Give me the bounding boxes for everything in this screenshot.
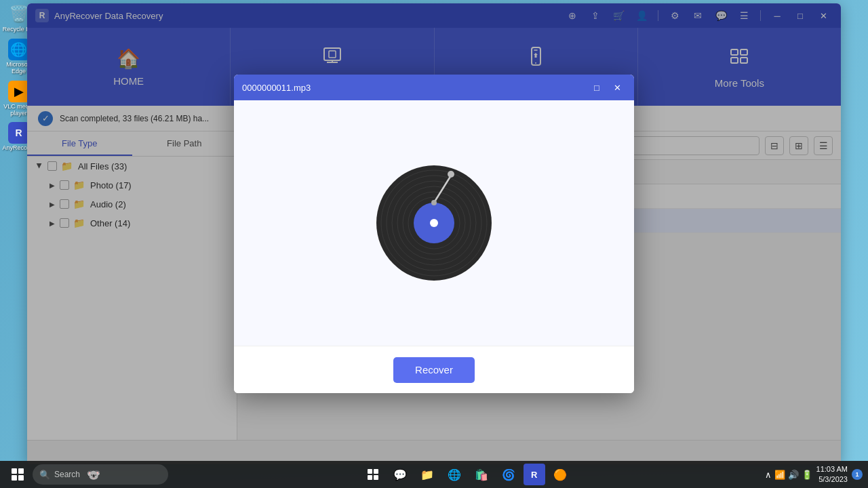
taskbar: 🔍 Search 🐨 💬 📁 🌐 🛍️ 🌀 R 🟠 ∧ — [0, 461, 868, 488]
svg-rect-23 — [12, 468, 17, 474]
svg-point-22 — [448, 171, 454, 178]
modal-footer: Recover — [234, 346, 634, 393]
start-button[interactable] — [5, 462, 30, 487]
edge-taskbar-icon[interactable]: 🌐 — [442, 462, 467, 487]
svg-rect-27 — [368, 469, 372, 474]
notification-badge[interactable]: 1 — [852, 469, 863, 480]
modal-dialog: 0000000011.mp3 □ ✕ — [234, 75, 634, 393]
svg-rect-29 — [368, 475, 372, 480]
browser2-icon[interactable]: 🌀 — [496, 462, 521, 487]
modal-title: 0000000011.mp3 — [242, 83, 311, 93]
svg-point-19 — [430, 219, 438, 227]
taskbar-search[interactable]: 🔍 Search 🐨 — [33, 464, 168, 485]
modal-maximize-button[interactable]: □ — [588, 80, 606, 95]
svg-rect-30 — [374, 475, 378, 480]
svg-point-21 — [431, 200, 437, 205]
clock-date: 5/3/2023 — [816, 474, 848, 485]
chevron-up-icon[interactable]: ∧ — [765, 470, 772, 480]
svg-rect-24 — [18, 468, 24, 474]
store-icon[interactable]: 🛍️ — [469, 462, 494, 487]
clock-time: 11:03 AM — [816, 464, 848, 474]
modal-titlebar: 0000000011.mp3 □ ✕ — [234, 75, 634, 100]
wifi-icon[interactable]: 📶 — [774, 470, 785, 480]
system-clock[interactable]: 11:03 AM 5/3/2023 — [816, 464, 848, 485]
anyrecover-taskbar-icon[interactable]: R — [524, 464, 545, 485]
app-window: R AnyRecover Data Recovery ⊕ ⇪ 🛒 👤 ⚙ ✉ 💬… — [27, 3, 841, 464]
recover-button[interactable]: Recover — [393, 357, 475, 383]
svg-rect-26 — [18, 475, 24, 481]
modal-overlay: 0000000011.mp3 □ ✕ — [27, 3, 841, 464]
vinyl-record — [373, 162, 495, 284]
modal-close-button[interactable]: ✕ — [608, 80, 626, 95]
taskview-icon[interactable] — [361, 462, 385, 487]
file-explorer-icon[interactable]: 📁 — [415, 462, 439, 487]
orange-app-icon[interactable]: 🟠 — [548, 462, 572, 487]
svg-rect-28 — [374, 469, 378, 474]
volume-icon[interactable]: 🔊 — [788, 470, 799, 480]
system-tray: ∧ 📶 🔊 🔋 — [765, 470, 812, 480]
svg-rect-25 — [12, 475, 17, 481]
chat-app-icon[interactable]: 💬 — [388, 462, 412, 487]
battery-icon[interactable]: 🔋 — [802, 470, 812, 480]
search-label: Search — [54, 470, 80, 479]
modal-body — [234, 100, 634, 346]
